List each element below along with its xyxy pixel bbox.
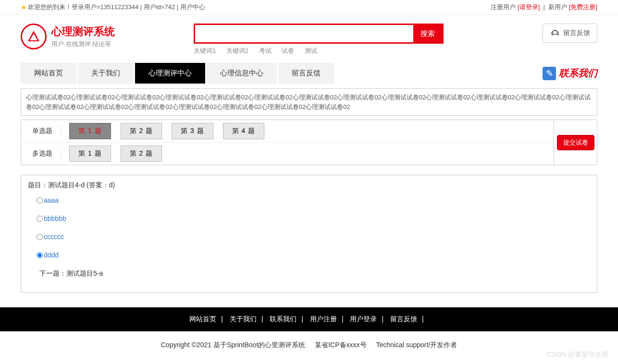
option-d[interactable]: dddd bbox=[37, 251, 590, 259]
copyright-text: Copyright ©2021 基于SprintBoot的心里测评系统 bbox=[161, 341, 306, 349]
footer-login[interactable]: 用户登录 bbox=[350, 315, 377, 323]
icp-text: 某省ICP备xxxx号 bbox=[315, 341, 366, 349]
option-a[interactable]: aaaa bbox=[37, 196, 590, 204]
search-button[interactable]: 搜索 bbox=[413, 25, 442, 42]
option-b[interactable]: bbbbbb bbox=[37, 215, 590, 222]
single-choice-label: 单选题 bbox=[23, 124, 62, 138]
search-input[interactable] bbox=[195, 25, 413, 42]
svg-point-1 bbox=[552, 34, 554, 36]
footer-nav: 网站首页| 关于我们| 联系我们| 用户注册| 用户登录| 留言反馈| bbox=[0, 307, 618, 331]
option-a-label[interactable]: aaaa bbox=[44, 196, 59, 204]
contact-us[interactable]: ✎ 联系我们 bbox=[543, 67, 597, 80]
star-icon: ★ bbox=[21, 3, 27, 11]
option-d-radio[interactable] bbox=[37, 252, 43, 258]
next-question-link[interactable]: 下一题：测试题目5-a bbox=[39, 269, 590, 278]
logo-subtitle: 用户.在线测评.结论等 bbox=[51, 40, 115, 49]
svg-point-2 bbox=[557, 34, 559, 36]
feedback-button[interactable]: 留言反馈 bbox=[543, 24, 597, 43]
option-c-radio[interactable] bbox=[37, 234, 43, 240]
nav-feedback[interactable]: 留言反馈 bbox=[278, 63, 334, 84]
topbar-welcome: ★ 欢迎您的到来！登录用户=13511223344 | 用户id=742 | 用… bbox=[21, 3, 205, 12]
keyword-item[interactable]: 试卷 bbox=[282, 47, 294, 54]
footer-register[interactable]: 用户注册 bbox=[310, 315, 337, 323]
question-title: 题目：测试题目4-d (答案：d) bbox=[28, 181, 590, 190]
keyword-item[interactable]: 关键词1 bbox=[194, 47, 216, 54]
login-link[interactable]: [请登录] bbox=[518, 3, 540, 11]
multi-choice-label: 多选题 bbox=[23, 146, 62, 161]
option-b-radio[interactable] bbox=[37, 216, 43, 222]
welcome-text[interactable]: 欢迎您的到来！登录用户=13511223344 | 用户id=742 | 用户中… bbox=[28, 3, 205, 12]
option-a-radio[interactable] bbox=[37, 197, 43, 204]
logo[interactable]: 心理测评系统 用户.在线测评.结论等 bbox=[21, 24, 194, 49]
search-keywords: 关键词1 关键词2 考试 试卷 测试 bbox=[194, 47, 530, 55]
register-link[interactable]: [免费注册] bbox=[569, 3, 597, 11]
submit-paper-button[interactable]: 提交试卷 bbox=[557, 135, 594, 150]
new-user-label: 新用户 bbox=[548, 3, 567, 11]
keyword-item[interactable]: 关键词2 bbox=[226, 47, 248, 54]
nav-assessment-center[interactable]: 心理测评中心 bbox=[135, 63, 205, 84]
logo-title: 心理测评系统 bbox=[51, 24, 115, 39]
option-d-label[interactable]: dddd bbox=[44, 251, 59, 259]
option-c[interactable]: cccccc bbox=[37, 233, 590, 241]
question-panel: 题目：测试题目4-d (答案：d) aaaa bbbbbb cccccc ddd… bbox=[21, 175, 597, 293]
single-q1-button[interactable]: 第 1 题 bbox=[69, 123, 111, 139]
tech-support-text[interactable]: Technical support/开发作者 bbox=[376, 341, 457, 349]
option-c-label[interactable]: cccccc bbox=[44, 233, 64, 241]
feedback-label: 留言反馈 bbox=[563, 29, 590, 37]
footer-about[interactable]: 关于我们 bbox=[230, 315, 257, 323]
footer-copyright: Copyright ©2021 基于SprintBoot的心里测评系统 某省IC… bbox=[0, 331, 618, 359]
registered-user-label: 注册用户 bbox=[491, 3, 516, 11]
footer-home[interactable]: 网站首页 bbox=[189, 315, 216, 323]
pencil-icon: ✎ bbox=[543, 67, 556, 80]
nav-about[interactable]: 关于我们 bbox=[78, 63, 134, 84]
keyword-item[interactable]: 考试 bbox=[259, 47, 272, 54]
headset-icon bbox=[550, 28, 560, 38]
question-nav: 单选题 第 1 题 第 2 题 第 3 题 第 4 题 多选题 第 1 题 第 … bbox=[21, 120, 597, 165]
paper-description: 心理测试试卷02心理测试试卷02心理测试试卷02心理测试试卷02心理测试试卷02… bbox=[21, 88, 597, 116]
keyword-item[interactable]: 测试 bbox=[305, 47, 317, 54]
footer-feedback[interactable]: 留言反馈 bbox=[390, 315, 417, 323]
multi-q1-button[interactable]: 第 1 题 bbox=[69, 146, 111, 162]
search-box: 搜索 bbox=[194, 24, 444, 44]
multi-q2-button[interactable]: 第 2 题 bbox=[121, 146, 162, 162]
footer-contact[interactable]: 联系我们 bbox=[270, 315, 297, 323]
contact-us-label: 联系我们 bbox=[559, 67, 597, 80]
nav-info-center[interactable]: 心理信息中心 bbox=[207, 63, 277, 84]
logo-icon bbox=[21, 24, 47, 49]
option-b-label[interactable]: bbbbbb bbox=[44, 215, 66, 222]
single-q4-button[interactable]: 第 4 题 bbox=[223, 123, 265, 139]
single-q2-button[interactable]: 第 2 题 bbox=[121, 123, 162, 139]
single-q3-button[interactable]: 第 3 题 bbox=[172, 123, 213, 139]
divider: | bbox=[542, 3, 548, 11]
nav-home[interactable]: 网站首页 bbox=[21, 63, 76, 84]
